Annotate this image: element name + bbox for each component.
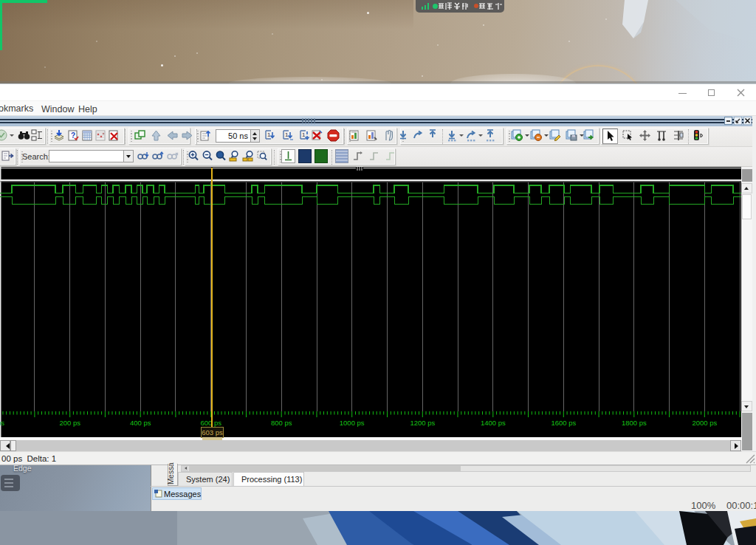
svg-text:1: 1 bbox=[267, 131, 271, 138]
svg-text:ps: ps bbox=[0, 419, 4, 427]
svg-text:2000 ps: 2000 ps bbox=[692, 419, 717, 427]
svg-text:1000 ps: 1000 ps bbox=[340, 419, 365, 427]
svg-text:1800 ps: 1800 ps bbox=[622, 419, 647, 427]
svg-text:1400 ps: 1400 ps bbox=[481, 419, 506, 427]
svg-text:1: 1 bbox=[285, 131, 289, 138]
svg-text:1200 ps: 1200 ps bbox=[410, 419, 435, 427]
svg-text:1600 ps: 1600 ps bbox=[551, 419, 576, 427]
svg-text:200 ps: 200 ps bbox=[59, 419, 80, 427]
svg-text:800 ps: 800 ps bbox=[271, 419, 292, 427]
svg-text:400 ps: 400 ps bbox=[130, 419, 151, 427]
svg-text:1: 1 bbox=[302, 131, 306, 138]
